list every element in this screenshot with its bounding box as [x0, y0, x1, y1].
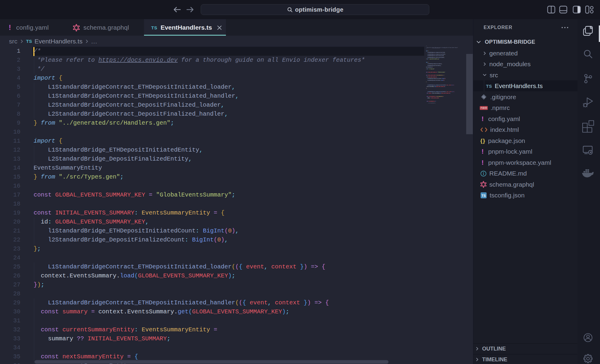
- svg-text:TS: TS: [482, 194, 486, 197]
